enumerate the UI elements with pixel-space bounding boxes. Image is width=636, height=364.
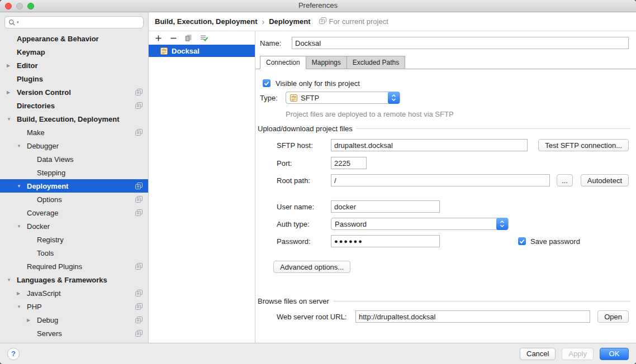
chevron-right-icon[interactable]: ▶ [7,90,17,95]
web-root-field[interactable] [355,310,590,323]
sidebar-item-label: Docker [27,222,50,231]
sidebar-item-label: Appearance & Behavior [17,35,99,43]
sftp-host-label: SFTP host: [277,141,331,150]
chevron-down-icon[interactable]: ▼ [17,184,27,189]
sidebar-item-deployment[interactable]: ▼Deployment [0,179,148,193]
zoom-window-button[interactable] [27,3,34,9]
cancel-button[interactable]: Cancel [520,348,556,360]
validate-server-icon[interactable] [199,33,208,42]
sidebar-item-required-plugins[interactable]: Required Plugins [0,260,148,273]
chevron-down-icon[interactable]: ▼ [17,143,27,149]
sidebar-item-appearance-behavior[interactable]: Appearance & Behavior [0,32,148,45]
autodetect-button[interactable]: Autodetect [581,174,629,186]
sidebar-item-docker[interactable]: ▼Docker [0,219,148,233]
sidebar-item-options[interactable]: Options [0,193,148,206]
window-title: Preferences [298,1,338,9]
sidebar-item-debugger[interactable]: ▼Debugger [0,139,148,152]
chevron-right-icon[interactable]: ▶ [17,291,27,296]
sidebar-item-debug[interactable]: ▶Debug [0,313,148,327]
name-label: Name: [260,39,292,47]
remove-server-icon[interactable] [169,33,178,42]
sidebar-item-directories[interactable]: Directories [0,99,148,112]
visible-only-label: Visible only for this project [276,79,360,88]
ok-button[interactable]: OK [600,348,629,360]
sidebar-item-label: Data Views [37,155,74,164]
minimize-window-button[interactable] [16,3,23,9]
port-field[interactable] [331,157,367,169]
tab-connection[interactable]: Connection [260,56,306,69]
select-stepper-icon [496,218,508,230]
test-sftp-connection-button[interactable]: Test SFTP connection... [538,139,629,151]
svg-text:sftp: sftp [162,49,167,51]
duplicate-server-icon[interactable] [184,33,193,42]
sidebar-item-editor[interactable]: ▶Editor [0,59,148,72]
search-filter-dropdown-icon[interactable]: ▾ [17,20,19,25]
add-server-icon[interactable] [154,33,163,42]
breadcrumb-part[interactable]: Deployment [269,17,310,26]
breadcrumb-separator-icon: › [262,17,264,26]
scope-label: For current project [329,17,388,26]
sidebar-item-php[interactable]: ▼PHP [0,300,148,313]
server-item-label: Docksal [172,47,200,55]
project-scope-icon [319,17,326,26]
name-field[interactable] [292,37,629,49]
sidebar-item-label: Build, Execution, Deployment [17,115,119,123]
settings-tree: Appearance & BehaviorKeymap▶EditorPlugin… [0,32,148,340]
open-url-button[interactable]: Open [597,310,629,323]
root-path-field[interactable] [331,174,550,186]
advanced-options-button[interactable]: Advanced options... [273,261,350,273]
sidebar-item-label: PHP [27,303,42,311]
sidebar-item-label: Version Control [17,88,71,97]
sidebar-item-version-control[interactable]: ▶Version Control [0,85,148,99]
sidebar-item-label: Keymap [17,48,45,56]
sidebar-item-make[interactable]: Make [0,126,148,139]
chevron-down-icon[interactable]: ▼ [7,277,17,282]
tab-mappings[interactable]: Mappings [306,56,347,69]
sidebar-item-build-execution-deployment[interactable]: ▼Build, Execution, Deployment [0,112,148,126]
sidebar-item-tools[interactable]: Tools [0,246,148,260]
type-select[interactable]: sftp SFTP [286,92,400,104]
sidebar-item-keymap[interactable]: Keymap [0,45,148,59]
search-input[interactable]: ▾ [4,16,144,28]
breadcrumb-part[interactable]: Build, Execution, Deployment [155,17,257,26]
sidebar-item-coverage[interactable]: Coverage [0,206,148,219]
help-button[interactable]: ? [7,348,20,360]
auth-type-select[interactable]: Password [331,218,509,230]
sidebar-item-label: Debug [37,316,58,324]
sidebar-item-label: Plugins [17,75,43,83]
user-name-field[interactable] [331,200,440,213]
chevron-right-icon[interactable]: ▶ [27,318,37,323]
server-item-docksal[interactable]: sftpDocksal [149,45,255,57]
sidebar-item-languages-frameworks[interactable]: ▼Languages & Frameworks [0,273,148,286]
type-hint: Project files are deployed to a remote h… [286,110,454,118]
project-scope-icon [135,330,143,337]
project-scope-icon [135,102,143,109]
project-scope-icon [135,196,143,203]
project-scope-icon [135,290,143,297]
sidebar-item-label: Options [37,195,62,204]
chevron-down-icon[interactable]: ▼ [17,224,27,229]
sidebar-item-javascript[interactable]: ▶JavaScript [0,286,148,300]
password-field[interactable] [331,235,440,247]
save-password-checkbox[interactable] [518,237,526,245]
sidebar-item-registry[interactable]: Registry [0,233,148,246]
visible-only-checkbox[interactable] [263,79,270,87]
apply-button[interactable]: Apply [562,348,594,360]
connection-tabs: ConnectionMappingsExcluded Paths [255,56,636,69]
sidebar-item-label: Required Plugins [27,262,82,271]
tab-excluded-paths[interactable]: Excluded Paths [347,56,405,69]
sidebar-item-servers[interactable]: Servers [0,327,148,340]
server-list-toolbar [149,31,255,45]
sidebar-item-plugins[interactable]: Plugins [0,72,148,85]
chevron-down-icon[interactable]: ▼ [17,304,27,309]
chevron-right-icon[interactable]: ▶ [7,63,17,68]
sidebar-item-stepping[interactable]: Stepping [0,166,148,179]
sidebar-item-label: Editor [17,61,38,70]
type-label: Type: [260,94,286,102]
project-scope-icon [135,303,143,310]
sftp-host-field[interactable] [331,139,528,151]
browse-root-path-button[interactable]: ... [557,174,573,186]
chevron-down-icon[interactable]: ▼ [7,117,17,122]
close-window-button[interactable] [5,3,12,9]
sidebar-item-data-views[interactable]: Data Views [0,152,148,166]
